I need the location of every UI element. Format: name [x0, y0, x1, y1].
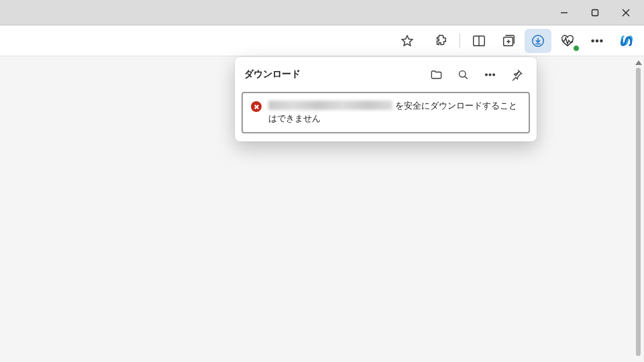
- downloads-panel-title: ダウンロード: [244, 68, 420, 80]
- downloads-button[interactable]: [525, 29, 551, 53]
- svg-point-6: [600, 40, 602, 42]
- downloads-more-button[interactable]: [479, 64, 500, 85]
- svg-point-4: [592, 40, 594, 42]
- redacted-filename: [268, 101, 392, 110]
- extensions-button[interactable]: [427, 29, 454, 53]
- svg-point-8: [485, 74, 487, 76]
- browser-toolbar: [0, 25, 644, 56]
- svg-rect-0: [592, 9, 598, 15]
- open-folder-button[interactable]: [425, 64, 447, 85]
- svg-point-5: [596, 40, 598, 42]
- error-icon: [251, 101, 262, 112]
- window-titlebar: [0, 0, 644, 25]
- favorite-star-icon[interactable]: [394, 29, 421, 53]
- svg-point-9: [489, 74, 491, 76]
- scroll-thumb[interactable]: [636, 68, 641, 356]
- toolbar-separator: [460, 34, 460, 48]
- status-ok-badge: [573, 45, 580, 52]
- download-item[interactable]: を安全にダウンロードすることはできません: [241, 92, 530, 133]
- downloads-panel: ダウンロード を安全にダウンロードすることはできません: [235, 57, 537, 141]
- svg-point-10: [492, 74, 494, 76]
- scroll-up-icon[interactable]: [635, 60, 642, 65]
- maximize-button[interactable]: [580, 1, 610, 24]
- downloads-panel-header: ダウンロード: [235, 57, 537, 90]
- performance-button[interactable]: [554, 29, 581, 53]
- copilot-button[interactable]: [613, 29, 640, 53]
- svg-point-7: [459, 70, 466, 77]
- pin-button[interactable]: [506, 64, 527, 85]
- address-bar[interactable]: [7, 29, 425, 52]
- search-downloads-button[interactable]: [452, 64, 474, 85]
- close-window-button[interactable]: [610, 1, 641, 24]
- split-screen-button[interactable]: [466, 29, 492, 53]
- minimize-button[interactable]: [549, 1, 580, 24]
- collections-button[interactable]: [495, 29, 522, 53]
- download-item-text: を安全にダウンロードすることはできません: [268, 100, 521, 125]
- more-menu-button[interactable]: [584, 29, 610, 53]
- vertical-scrollbar[interactable]: [633, 56, 644, 362]
